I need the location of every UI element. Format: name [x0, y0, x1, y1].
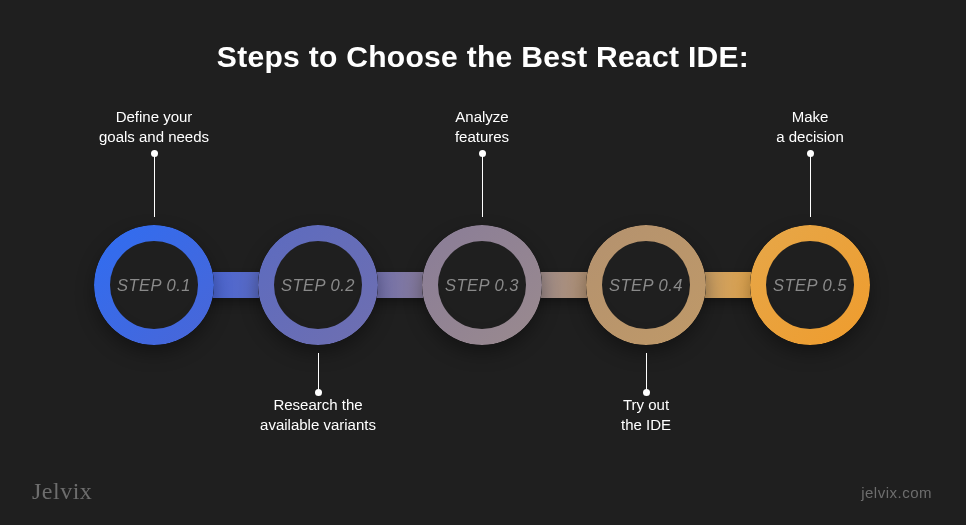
step-ring-2: STEP 0.2 — [258, 225, 378, 345]
step-caption-4: Try outthe IDE — [566, 395, 726, 436]
step-ring-3: STEP 0.3 — [422, 225, 542, 345]
pin-icon — [482, 153, 483, 217]
pin-icon — [810, 153, 811, 217]
brand-url: jelvix.com — [861, 484, 932, 501]
step-caption-2: Research theavailable variants — [238, 395, 398, 436]
page-title: Steps to Choose the Best React IDE: — [0, 0, 966, 74]
step-caption-5: Makea decision — [730, 107, 890, 148]
step-label-4: STEP 0.4 — [609, 276, 683, 295]
pin-icon — [318, 353, 319, 393]
step-chain: STEP 0.1 STEP 0.2 STEP 0.3 STEP 0.4 STEP… — [94, 225, 872, 345]
step-caption-1: Define yourgoals and needs — [74, 107, 234, 148]
step-label-2: STEP 0.2 — [281, 276, 355, 295]
brand-logo: Jelvix — [32, 478, 92, 505]
step-ring-1: STEP 0.1 — [94, 225, 214, 345]
step-caption-3: Analyzefeatures — [402, 107, 562, 148]
step-label-3: STEP 0.3 — [445, 276, 519, 295]
step-label-1: STEP 0.1 — [117, 276, 191, 295]
pin-icon — [154, 153, 155, 217]
step-label-5: STEP 0.5 — [773, 276, 847, 295]
step-ring-5: STEP 0.5 — [750, 225, 870, 345]
pin-icon — [646, 353, 647, 393]
step-ring-4: STEP 0.4 — [586, 225, 706, 345]
